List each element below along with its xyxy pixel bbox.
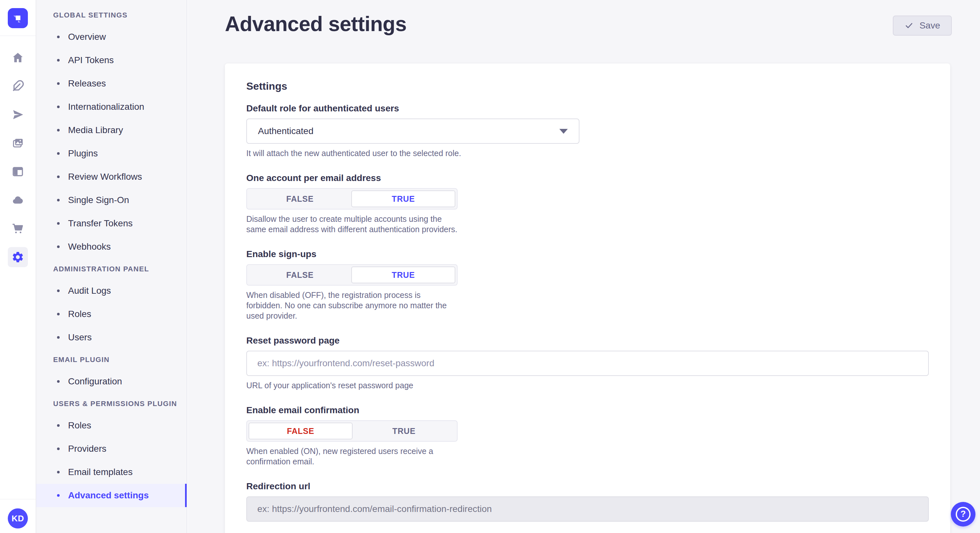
help-button[interactable]: ? (951, 502, 975, 527)
sidebar-item-api-tokens[interactable]: API Tokens (36, 49, 187, 72)
sidebar-section-administration-panel: ADMINISTRATION PANEL (36, 259, 187, 279)
sidebar-item-users[interactable]: Users (36, 326, 187, 349)
email-confirmation-hint: When enabled (ON), new registered users … (246, 446, 458, 466)
email-confirmation-false-option[interactable]: FALSE (248, 423, 353, 439)
save-button[interactable]: Save (893, 16, 952, 36)
layout-icon[interactable] (8, 162, 28, 182)
enable-signups-label: Enable sign-ups (246, 249, 929, 260)
sidebar-item-overview[interactable]: Overview (36, 25, 187, 49)
default-role-label: Default role for authenticated users (246, 103, 929, 114)
sidebar-item-label: Roles (68, 420, 91, 431)
bullet-icon (57, 59, 60, 62)
cloud-glyph (11, 194, 24, 206)
sidebar-item-up-roles[interactable]: Roles (36, 414, 187, 437)
sidebar-item-providers[interactable]: Providers (36, 437, 187, 460)
main-content: Advanced settings Save Settings Default … (188, 0, 980, 533)
sidebar-item-label: Providers (68, 444, 106, 454)
enable-signups-true-option[interactable]: TRUE (351, 266, 455, 283)
default-role-select[interactable]: Authenticated (246, 119, 579, 144)
cloud-icon[interactable] (8, 190, 28, 210)
gear-icon[interactable] (8, 247, 28, 267)
sidebar-item-label: Transfer Tokens (68, 218, 132, 228)
cart-icon[interactable] (8, 219, 28, 239)
bullet-icon (57, 424, 60, 427)
feather-icon[interactable] (8, 76, 28, 96)
one-account-toggle[interactable]: FALSE TRUE (246, 188, 458, 209)
strapi-logo-glyph (12, 12, 24, 24)
field-reset-password: Reset password page URL of your applicat… (246, 335, 929, 390)
email-confirmation-label: Enable email confirmation (246, 405, 929, 416)
one-account-true-option[interactable]: TRUE (351, 190, 455, 207)
cart-glyph (11, 222, 24, 235)
sidebar-item-label: Media Library (68, 125, 123, 135)
sidebar-item-label: Releases (68, 78, 106, 89)
sidebar-item-media-library[interactable]: Media Library (36, 119, 187, 142)
sidebar-item-webhooks[interactable]: Webhooks (36, 235, 187, 259)
sidebar-item-label: Users (68, 332, 92, 343)
email-confirmation-true-option[interactable]: TRUE (353, 423, 455, 439)
settings-section-title: Settings (246, 80, 929, 92)
logo-container (0, 0, 36, 36)
bullet-icon (57, 336, 60, 339)
sidebar-item-transfer-tokens[interactable]: Transfer Tokens (36, 212, 187, 235)
bullet-icon (57, 129, 60, 132)
sidebar-item-internationalization[interactable]: Internationalization (36, 95, 187, 119)
paper-plane-icon[interactable] (8, 105, 28, 125)
home-icon[interactable] (8, 48, 28, 68)
icon-rail: KD (0, 0, 36, 533)
sidebar-item-configuration[interactable]: Configuration (36, 370, 187, 393)
media-library-glyph (11, 136, 24, 150)
field-enable-signups: Enable sign-ups FALSE TRUE When disabled… (246, 249, 929, 321)
field-default-role: Default role for authenticated users Aut… (246, 103, 929, 159)
bullet-icon (57, 447, 60, 450)
redirection-url-label: Redirection url (246, 481, 929, 492)
sidebar-section-global-settings: GLOBAL SETTINGS (36, 5, 187, 25)
sidebar-item-email-templates[interactable]: Email templates (36, 460, 187, 484)
sidebar-item-plugins[interactable]: Plugins (36, 142, 187, 165)
bullet-icon (57, 222, 60, 225)
default-role-value: Authenticated (258, 126, 313, 136)
email-confirmation-toggle[interactable]: FALSE TRUE (246, 420, 458, 442)
sidebar-section-email-plugin: EMAIL PLUGIN (36, 349, 187, 370)
sidebar-item-label: Roles (68, 309, 91, 319)
rail-nav (8, 36, 28, 267)
enable-signups-false-option[interactable]: FALSE (248, 266, 351, 283)
bullet-icon (57, 152, 60, 155)
one-account-hint: Disallow the user to create multiple acc… (246, 214, 458, 235)
page-header: Advanced settings Save (188, 0, 980, 36)
reset-password-input[interactable] (246, 351, 929, 376)
strapi-logo[interactable] (8, 8, 28, 28)
bullet-icon (57, 176, 60, 178)
bullet-icon (57, 380, 60, 383)
redirection-url-input (246, 497, 929, 522)
avatar[interactable]: KD (8, 508, 28, 528)
media-library-icon[interactable] (8, 133, 28, 153)
page-title: Advanced settings (225, 12, 407, 36)
save-button-label: Save (920, 21, 940, 31)
sidebar-item-label: Review Workflows (68, 171, 142, 182)
rail-bottom: KD (0, 499, 36, 533)
bullet-icon (57, 471, 60, 473)
enable-signups-toggle[interactable]: FALSE TRUE (246, 264, 458, 286)
sidebar-item-single-sign-on[interactable]: Single Sign-On (36, 189, 187, 212)
sidebar-item-label: Plugins (68, 148, 98, 159)
one-account-false-option[interactable]: FALSE (248, 190, 351, 207)
feather-glyph (11, 80, 24, 93)
sidebar-item-label: Webhooks (68, 241, 111, 252)
home-glyph (11, 51, 24, 64)
sidebar-item-label: Internationalization (68, 102, 144, 112)
sidebar-item-review-workflows[interactable]: Review Workflows (36, 165, 187, 189)
enable-signups-hint: When disabled (OFF), the registration pr… (246, 290, 458, 321)
chevron-down-icon (559, 129, 568, 134)
sidebar-item-audit-logs[interactable]: Audit Logs (36, 279, 187, 303)
question-mark-icon: ? (956, 507, 970, 522)
sidebar-item-admin-roles[interactable]: Roles (36, 303, 187, 326)
bullet-icon (57, 36, 60, 38)
sidebar-section-users-permissions-plugin: USERS & PERMISSIONS PLUGIN (36, 393, 187, 414)
sidebar-item-label: Overview (68, 32, 106, 42)
sidebar-item-advanced-settings[interactable]: Advanced settings (36, 484, 187, 507)
reset-password-label: Reset password page (246, 335, 929, 346)
sidebar-item-releases[interactable]: Releases (36, 72, 187, 95)
settings-card: Settings Default role for authenticated … (225, 63, 950, 533)
sidebar-item-label: Configuration (68, 376, 122, 387)
